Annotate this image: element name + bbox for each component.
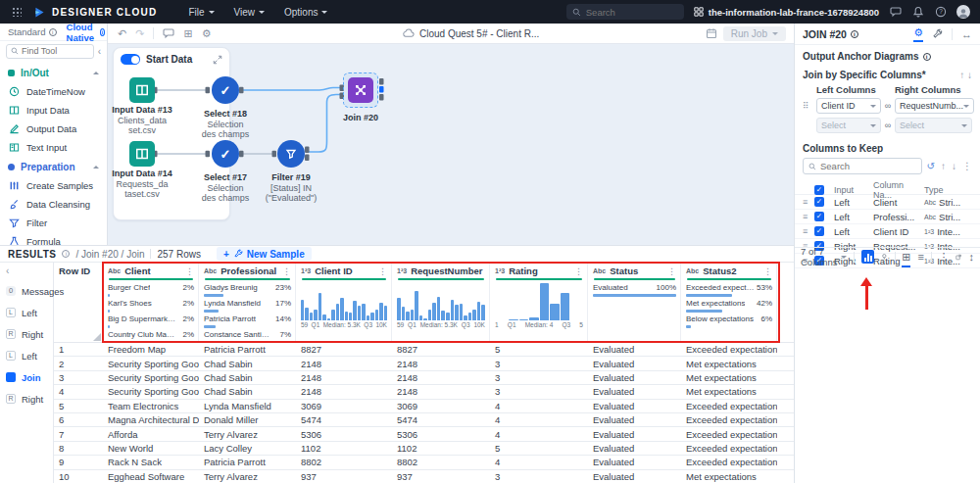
- select-all-checkbox[interactable]: ✓: [814, 185, 824, 195]
- cell-rating[interactable]: 5: [490, 344, 588, 355]
- profile-category[interactable]: Patricia Parrott14%: [204, 314, 291, 328]
- run-job-button[interactable]: Run Job: [723, 26, 786, 41]
- node-select-17[interactable]: ✓: [212, 140, 239, 168]
- table-row[interactable]: 6 Magna Architectural Design Donald Mill…: [54, 413, 794, 427]
- configuration-gear-icon[interactable]: ⚙: [913, 26, 923, 42]
- cell-request-number[interactable]: 5306: [392, 429, 490, 440]
- cell-status[interactable]: Evaluated: [588, 429, 681, 440]
- cell-client-id[interactable]: 2148: [296, 372, 392, 383]
- cell-status[interactable]: Evaluated: [588, 372, 681, 383]
- move-up-icon[interactable]: ↑: [959, 70, 964, 80]
- cell-client-id[interactable]: 5474: [296, 414, 392, 425]
- node-join-20[interactable]: [348, 77, 373, 103]
- cell-request-number[interactable]: 1102: [392, 443, 490, 454]
- profile-category[interactable]: Lynda Mansfield17%: [204, 299, 291, 313]
- column-keep-row[interactable]: ≡ ✓ Left Professi... AbcStri...: [795, 210, 980, 224]
- nav-input-right[interactable]: RRight: [0, 323, 53, 345]
- cell-request-number[interactable]: 2148: [392, 386, 490, 397]
- move-down-icon[interactable]: ↓: [967, 70, 972, 80]
- cell-rating[interactable]: 3: [490, 372, 588, 383]
- grid-view-icon[interactable]: ⊞: [902, 251, 910, 264]
- kebab-menu-icon[interactable]: ⋮: [282, 266, 291, 276]
- table-row[interactable]: 4 Security Sporting Goods Chad Sabin 214…: [54, 385, 794, 399]
- table-row[interactable]: 8 New World Lacy Colley 1102 1102 5 Eval…: [54, 442, 794, 456]
- wrench-icon[interactable]: [932, 28, 943, 39]
- node-input-data-13[interactable]: [129, 77, 155, 103]
- profile-category[interactable]: Burger Chef2%: [108, 283, 194, 297]
- move-down-icon[interactable]: ↓: [952, 161, 956, 171]
- header-status[interactable]: AbcStatus⋮ Evaluated100%: [588, 263, 681, 342]
- table-row[interactable]: 1 Freedom Map Patricia Parrott 8827 8827…: [54, 343, 794, 357]
- cell-client-id[interactable]: 8802: [296, 457, 392, 467]
- cell-professional[interactable]: Lacy Colley: [199, 443, 296, 454]
- cell-rating[interactable]: 3: [490, 471, 588, 482]
- cell-status2[interactable]: Exceeded expectations: [681, 457, 777, 467]
- menu-file[interactable]: File: [188, 7, 214, 18]
- profile-category[interactable]: Constance Santiago7%: [204, 330, 291, 342]
- node-select-18[interactable]: ✓: [212, 76, 239, 104]
- move-up-icon[interactable]: ↑: [941, 161, 946, 171]
- drag-handle-icon[interactable]: ⠿: [803, 101, 816, 111]
- redo-icon[interactable]: ↷: [135, 27, 144, 40]
- cell-client[interactable]: Freedom Map: [103, 344, 199, 355]
- left-column-select[interactable]: Client ID: [816, 98, 881, 114]
- column-checkbox[interactable]: ✓: [814, 226, 824, 236]
- table-row[interactable]: 3 Security Sporting Goods Chad Sabin 214…: [54, 371, 794, 385]
- tool-text-input[interactable]: Text Input: [0, 138, 107, 157]
- list-view-icon[interactable]: ≡: [917, 251, 923, 263]
- layout-icon[interactable]: ⊞: [183, 27, 192, 40]
- drag-handle-icon[interactable]: ≡: [803, 197, 814, 207]
- tool-create-samples[interactable]: Create Samples: [0, 176, 107, 195]
- table-row[interactable]: 10 Egghead Software Terry Alvarez 937 93…: [54, 470, 794, 483]
- cell-client-id[interactable]: 8827: [296, 344, 392, 355]
- cell-status[interactable]: Evaluated: [588, 414, 681, 425]
- menu-view[interactable]: View: [234, 7, 266, 18]
- cell-request-number[interactable]: 2148: [392, 372, 490, 383]
- columns-count-dropdown[interactable]: 7 of 7 Columns: [801, 246, 847, 267]
- find-tool-search[interactable]: [6, 44, 94, 59]
- nav-output-right[interactable]: RRight: [0, 388, 53, 410]
- cell-rating[interactable]: 4: [490, 401, 588, 411]
- kebab-menu-icon[interactable]: ⋮: [185, 266, 194, 276]
- cell-status[interactable]: Evaluated: [588, 344, 681, 355]
- cell-status2[interactable]: Met expectations: [681, 372, 777, 383]
- cell-client[interactable]: Magna Architectural Design: [103, 414, 199, 425]
- nav-output-left[interactable]: LLeft: [0, 345, 53, 366]
- nav-messages[interactable]: 0Messages: [0, 280, 53, 302]
- column-keep-row[interactable]: ≡ ✓ Left Client ID 1²3Inte...: [795, 224, 980, 239]
- cell-request-number[interactable]: 937: [392, 471, 490, 482]
- cell-professional[interactable]: Chad Sabin: [199, 359, 296, 369]
- nav-input-left[interactable]: LLeft: [0, 302, 53, 323]
- cell-client-id[interactable]: 2148: [296, 359, 392, 369]
- global-search[interactable]: [566, 4, 684, 20]
- cell-client[interactable]: Security Sporting Goods: [103, 372, 199, 383]
- cell-request-number[interactable]: 2148: [392, 359, 490, 369]
- help-icon[interactable]: ?: [934, 6, 947, 19]
- cell-professional[interactable]: Lynda Mansfield: [199, 401, 296, 411]
- kebab-menu-icon[interactable]: ⋮: [962, 161, 972, 171]
- right-column-select[interactable]: RequestNumb...: [895, 98, 974, 114]
- cell-status[interactable]: Evaluated: [588, 359, 681, 369]
- category-in-out[interactable]: In/Out: [0, 63, 107, 82]
- cell-status2[interactable]: Exceeded expectations: [681, 414, 777, 425]
- columns-search[interactable]: [803, 158, 922, 174]
- histogram[interactable]: [495, 283, 583, 320]
- profile-category[interactable]: Evaluated100%: [593, 283, 676, 297]
- cell-status[interactable]: Evaluated: [588, 443, 681, 454]
- open-in-new-icon[interactable]: [956, 252, 961, 263]
- header-status2[interactable]: AbcStatus2⋮ Exceeded expectations53% Met…: [681, 263, 777, 342]
- cell-client-id[interactable]: 5306: [296, 429, 392, 440]
- category-preparation[interactable]: Preparation: [0, 157, 107, 176]
- cell-client[interactable]: Afforda: [103, 429, 199, 440]
- profile-category[interactable]: Gladys Breunig23%: [204, 283, 291, 297]
- table-row[interactable]: 5 Team Electronics Lynda Mansfield 3069 …: [54, 400, 794, 413]
- kebab-menu-icon[interactable]: ⋮: [763, 266, 772, 276]
- node-input-data-14[interactable]: [129, 141, 155, 167]
- cell-client-id[interactable]: 3069: [296, 401, 392, 411]
- kebab-menu-icon[interactable]: ⋮: [667, 266, 676, 276]
- columns-search-input[interactable]: [820, 161, 899, 171]
- results-breadcrumb[interactable]: / Join #20 / Join: [75, 249, 144, 260]
- cell-professional[interactable]: Terry Alvarez: [199, 471, 296, 482]
- notifications-bell-icon[interactable]: [911, 6, 924, 19]
- profile-category[interactable]: Karl's Shoes2%: [108, 299, 194, 313]
